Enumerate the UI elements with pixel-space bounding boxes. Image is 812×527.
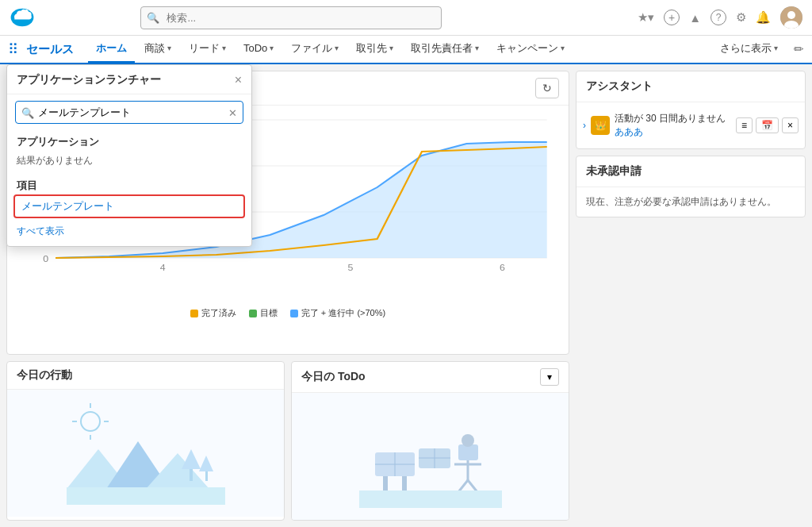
today-action-header: 今日の行動 xyxy=(7,362,284,390)
apps-grid-icon[interactable]: ⠿ xyxy=(8,40,18,58)
assistant-body: › 👑 活動が 30 日間ありません あああ ≡ 📅 × xyxy=(576,102,805,148)
legend-dot-progress xyxy=(290,310,298,317)
help-icon[interactable]: ? xyxy=(710,10,726,25)
app-launcher-title: アプリケーションランチャー xyxy=(17,73,161,87)
activity-content: 活動が 30 日間ありません あああ xyxy=(615,112,731,139)
chevron-down-icon: ▾ xyxy=(222,44,226,52)
salesforce-logo xyxy=(10,5,35,30)
app-launcher-no-results: 結果がありません xyxy=(7,151,251,174)
svg-text:4: 4 xyxy=(160,263,166,272)
activity-action-close-button[interactable]: × xyxy=(782,117,799,133)
nav-item-more[interactable]: さらに表示 ▾ xyxy=(712,35,786,63)
app-launcher-item-mail-template[interactable]: メールテンプレート xyxy=(13,194,245,218)
chevron-down-icon: ▾ xyxy=(167,44,171,52)
nav-bar: ⠿ セールス ホーム 商談 ▾ リード ▾ ToDo ▾ ファイル ▾ 取引先 … xyxy=(0,36,812,64)
top-bar-actions: ★▾ + ▲ ? ⚙ 🔔 xyxy=(638,6,802,29)
today-todo-body xyxy=(292,393,569,520)
svg-line-45 xyxy=(468,480,477,492)
nav-item-todo[interactable]: ToDo ▾ xyxy=(236,35,282,63)
nav-item-deals[interactable]: 商談 ▾ xyxy=(136,35,179,63)
activity-link[interactable]: あああ xyxy=(615,126,643,137)
legend-completed: 完了済み xyxy=(190,307,236,319)
today-action-panel: 今日の行動 xyxy=(6,361,285,521)
svg-rect-40 xyxy=(458,444,478,460)
svg-line-44 xyxy=(458,480,468,492)
today-todo-header: 今日の ToDo ▾ xyxy=(292,362,569,393)
approval-body: 現在、注意が必要な承認申請はありません。 xyxy=(576,187,805,217)
nav-item-accounts[interactable]: 取引先 ▾ xyxy=(348,35,401,63)
activity-icon: 👑 xyxy=(591,116,610,135)
assistant-item: › 👑 活動が 30 日間ありません あああ ≡ 📅 × xyxy=(583,109,799,142)
svg-marker-28 xyxy=(182,449,201,469)
approval-body-text: 現在、注意が必要な承認申請はありません。 xyxy=(586,196,776,207)
svg-rect-46 xyxy=(359,490,502,508)
chevron-down-icon: ▾ xyxy=(389,44,393,52)
cloud-icon[interactable]: ▲ xyxy=(689,11,701,25)
nav-item-contacts[interactable]: 取引先責任者 ▾ xyxy=(403,35,487,63)
today-action-title: 今日の行動 xyxy=(17,368,72,383)
approval-title: 未承認申請 xyxy=(586,164,642,177)
svg-marker-30 xyxy=(199,456,213,471)
settings-icon[interactable]: ⚙ xyxy=(736,10,746,25)
legend-dot-completed xyxy=(190,310,198,317)
todo-dropdown-button[interactable]: ▾ xyxy=(540,368,559,386)
chevron-down-icon: ▾ xyxy=(475,44,479,52)
svg-rect-35 xyxy=(383,476,388,492)
nav-item-leads[interactable]: リード ▾ xyxy=(181,35,234,63)
app-launcher-close-button[interactable]: × xyxy=(235,73,242,87)
today-action-body xyxy=(7,390,284,517)
notifications-icon[interactable]: 🔔 xyxy=(756,10,771,25)
svg-point-19 xyxy=(81,412,100,431)
approval-header: 未承認申請 xyxy=(576,156,805,187)
app-launcher-section-items: 項目 xyxy=(7,174,251,194)
legend-target: 目標 xyxy=(249,307,278,319)
chevron-right-icon[interactable]: › xyxy=(583,120,586,131)
today-action-illustration xyxy=(67,402,225,505)
assistant-header: アシスタント xyxy=(576,71,805,102)
chevron-down-icon: ▾ xyxy=(561,44,565,52)
nav-item-home[interactable]: ホーム xyxy=(88,35,135,63)
svg-text:6: 6 xyxy=(500,263,505,272)
svg-point-5 xyxy=(787,11,795,19)
chart-refresh-button[interactable]: ↻ xyxy=(535,78,559,98)
app-launcher-search-input[interactable] xyxy=(15,101,243,124)
svg-rect-36 xyxy=(402,476,407,492)
activity-text: 活動が 30 日間ありません xyxy=(615,112,731,125)
search-input[interactable] xyxy=(140,6,442,29)
activity-action-calendar-button[interactable]: 📅 xyxy=(756,117,779,133)
nav-item-files[interactable]: ファイル ▾ xyxy=(283,35,347,63)
approval-panel: 未承認申請 現在、注意が必要な承認申請はありません。 xyxy=(576,156,806,217)
chevron-down-icon: ▾ xyxy=(774,44,778,52)
chevron-down-icon: ▾ xyxy=(335,44,339,52)
legend-label-target: 目標 xyxy=(260,307,278,319)
assistant-panel: アシスタント › 👑 活動が 30 日間ありません あああ ≡ xyxy=(576,71,806,149)
search-icon: 🔍 xyxy=(147,12,159,24)
app-launcher-clear-icon[interactable]: ✕ xyxy=(228,106,237,118)
app-launcher-show-all[interactable]: すべて表示 xyxy=(7,221,251,246)
today-todo-title: 今日の ToDo xyxy=(301,370,366,384)
svg-text:5: 5 xyxy=(347,263,353,272)
favorites-icon[interactable]: ★▾ xyxy=(638,10,654,25)
app-launcher-section-app: アプリケーション xyxy=(7,130,251,151)
top-bar: 🔍 ★▾ + ▲ ? ⚙ 🔔 xyxy=(0,0,812,36)
svg-rect-31 xyxy=(67,487,225,505)
assistant-title: アシスタント xyxy=(586,79,653,92)
svg-point-41 xyxy=(462,434,474,447)
add-icon[interactable]: + xyxy=(664,10,680,25)
avatar[interactable] xyxy=(780,6,802,29)
edit-icon[interactable]: ✏ xyxy=(794,42,804,56)
today-todo-illustration xyxy=(359,405,502,508)
app-launcher-search-container: 🔍 ✕ xyxy=(7,94,251,130)
app-title: セールス xyxy=(26,42,74,57)
legend-label-completed: 完了済み xyxy=(201,307,236,319)
app-launcher-header: アプリケーションランチャー × xyxy=(7,65,251,94)
nav-item-campaigns[interactable]: キャンペーン ▾ xyxy=(488,35,573,63)
search-container: 🔍 xyxy=(140,6,442,29)
app-launcher: アプリケーションランチャー × 🔍 ✕ アプリケーション 結果がありません 項目… xyxy=(6,64,252,247)
svg-text:0: 0 xyxy=(43,254,48,264)
app-launcher-search-icon: 🔍 xyxy=(21,106,34,118)
legend-label-progress: 完了 + 進行中 (>70%) xyxy=(301,307,385,319)
activity-action-list-button[interactable]: ≡ xyxy=(736,117,753,133)
legend-dot-target xyxy=(249,310,257,317)
today-todo-panel: 今日の ToDo ▾ xyxy=(291,361,569,521)
